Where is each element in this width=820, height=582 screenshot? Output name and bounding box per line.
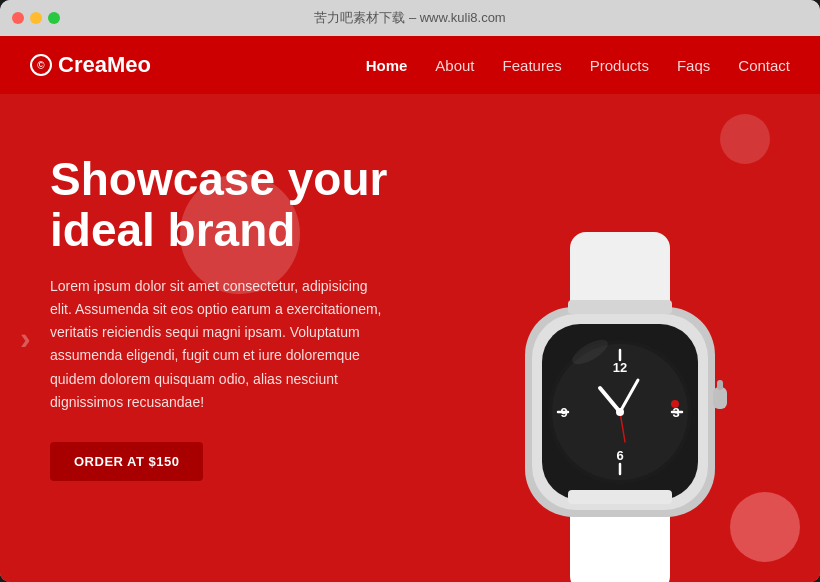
- browser-titlebar: 苦力吧素材下载 – www.kuli8.com: [0, 0, 820, 36]
- svg-point-21: [671, 400, 679, 408]
- nav-home[interactable]: Home: [366, 57, 408, 74]
- order-button[interactable]: ORDER AT $150: [50, 442, 203, 481]
- svg-text:9: 9: [560, 405, 567, 420]
- minimize-button[interactable]: [30, 12, 42, 24]
- maximize-button[interactable]: [48, 12, 60, 24]
- navbar: © CreaMeo Home About Features Products F…: [0, 36, 820, 94]
- svg-text:12: 12: [613, 360, 627, 375]
- hero-description: Lorem ipsum dolor sit amet consectetur, …: [50, 275, 390, 414]
- hero-text-block: Showcase your ideal brand Lorem ipsum do…: [50, 154, 430, 481]
- decorative-crescent: [736, 110, 772, 146]
- browser-window: 苦力吧素材下载 – www.kuli8.com © CreaMeo Home A…: [0, 0, 820, 582]
- left-arrow-icon: ›: [20, 320, 31, 357]
- logo-icon: ©: [30, 54, 52, 76]
- svg-rect-19: [713, 387, 727, 409]
- window-controls: [12, 12, 60, 24]
- hero-section: › Showcase your ideal brand Lorem ipsum …: [0, 94, 820, 582]
- svg-rect-20: [717, 380, 723, 390]
- svg-rect-23: [568, 490, 672, 504]
- svg-rect-22: [568, 300, 672, 314]
- logo[interactable]: © CreaMeo: [30, 52, 151, 78]
- nav-features[interactable]: Features: [503, 57, 562, 74]
- logo-text: CreaMeo: [58, 52, 151, 78]
- svg-text:6: 6: [616, 448, 623, 463]
- hero-title: Showcase your ideal brand: [50, 154, 430, 255]
- browser-content: © CreaMeo Home About Features Products F…: [0, 36, 820, 582]
- watch-image: 12 6 3 9: [450, 212, 790, 582]
- nav-contact[interactable]: Contact: [738, 57, 790, 74]
- nav-faqs[interactable]: Faqs: [677, 57, 710, 74]
- browser-url-bar: 苦力吧素材下载 – www.kuli8.com: [314, 9, 505, 27]
- nav-links: Home About Features Products Faqs Contac…: [366, 57, 790, 74]
- close-button[interactable]: [12, 12, 24, 24]
- nav-about[interactable]: About: [435, 57, 474, 74]
- svg-point-18: [616, 408, 624, 416]
- nav-products[interactable]: Products: [590, 57, 649, 74]
